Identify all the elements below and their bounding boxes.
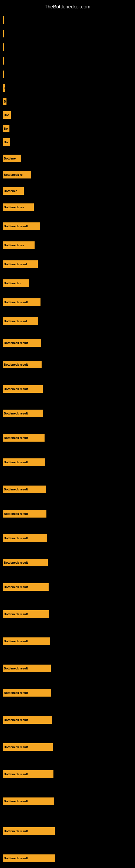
bottleneck-bar: Bottleneck result: [3, 770, 53, 778]
bottleneck-bar: |: [3, 30, 4, 37]
bottleneck-bar: Bottleneck result: [3, 299, 41, 306]
bottleneck-bar: Bottleneck r: [3, 279, 29, 287]
bottleneck-bar: |: [3, 70, 4, 78]
bottleneck-bar: Bottleneck result: [3, 458, 45, 466]
bottleneck-bar: Bottleneck result: [3, 559, 48, 566]
bottleneck-bar: Bottleneck result: [3, 583, 49, 591]
bottleneck-bar: Bottleneck re: [3, 171, 31, 179]
bottleneck-bar: Bottleneck result: [3, 385, 43, 393]
bottleneck-bar: Bottleneck result: [3, 339, 41, 347]
bottleneck-bar: Bottleneck result: [3, 434, 45, 442]
bottleneck-bar: Bottlene: [3, 155, 21, 162]
bottleneck-bar: B: [3, 98, 6, 105]
bottleneck-bar: Bottlenec: [3, 187, 24, 195]
bottleneck-bar: Bottleneck result: [3, 486, 46, 493]
bottleneck-bar: Bottleneck result: [3, 610, 49, 618]
bottleneck-bar: |: [3, 16, 4, 24]
bottleneck-bar: Bottleneck result: [3, 510, 46, 518]
bottleneck-bar: Bottleneck result: [3, 410, 43, 417]
bottleneck-bar: Bottleneck result: [3, 222, 40, 230]
bottleneck-bar: Bottleneck result: [3, 855, 55, 862]
bottleneck-bar: Bottleneck res: [3, 204, 34, 211]
bottleneck-bar: |: [3, 43, 4, 51]
bottleneck-bar: Bottleneck resul: [3, 317, 38, 325]
bottleneck-bar: Bo: [3, 125, 9, 132]
bottleneck-bar: Bottleneck result: [3, 798, 54, 805]
bottleneck-bar: Bottleneck result: [3, 743, 53, 751]
bottleneck-bar: Bottleneck result: [3, 827, 55, 835]
bottleneck-bar: Bottleneck result: [3, 689, 51, 696]
bottleneck-bar: Bottleneck result: [3, 361, 42, 368]
bottleneck-bar: |: [3, 57, 4, 65]
bottleneck-bar: Bottleneck res: [3, 241, 35, 249]
bottleneck-bar: Bottleneck result: [3, 716, 52, 724]
bottleneck-bar: Bottleneck resul: [3, 260, 38, 268]
bottleneck-bar: Bol: [3, 138, 10, 146]
site-title: TheBottlenecker.com: [0, 1, 135, 12]
bottleneck-bar: Bot: [3, 111, 11, 119]
bottleneck-bar: Bottleneck result: [3, 638, 50, 645]
bottleneck-bar: Bottleneck result: [3, 664, 51, 672]
bottleneck-bar: Bottleneck result: [3, 534, 47, 542]
bottleneck-bar: E: [3, 84, 5, 92]
